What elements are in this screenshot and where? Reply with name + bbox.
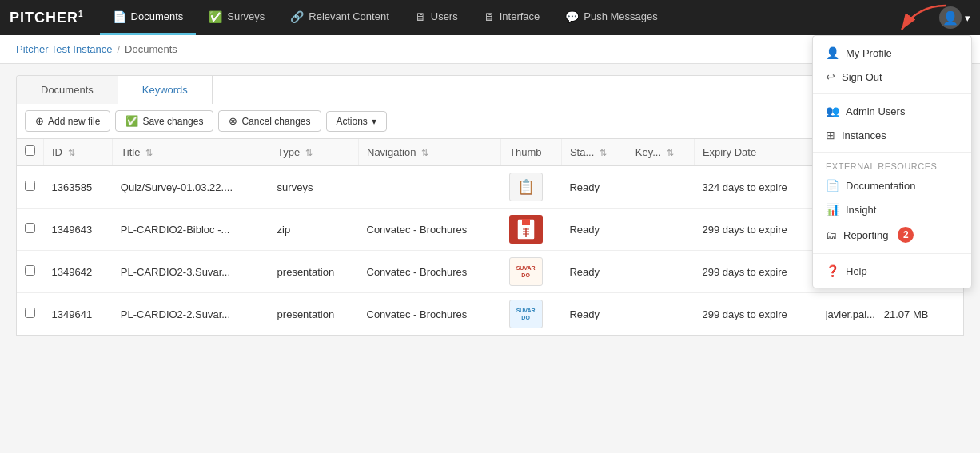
logo-text: PITCHER xyxy=(10,10,78,26)
row-thumb: SUVARDO xyxy=(501,293,562,336)
row-checkbox[interactable] xyxy=(25,265,35,276)
row-id: 1363585 xyxy=(44,165,113,209)
col-checkbox xyxy=(17,139,44,165)
dropdown-section-admin: 👥 Admin Users ⊞ Instances xyxy=(813,94,971,153)
nav-relevant-content-label: Relevant Content xyxy=(309,10,388,22)
row-id: 1349642 xyxy=(44,251,113,293)
dropdown-documentation[interactable]: 📄 Documentation xyxy=(813,173,971,197)
nav-surveys-label: Surveys xyxy=(227,10,265,22)
user-menu-trigger[interactable]: 👤 ▾ xyxy=(939,6,970,29)
row-thumb xyxy=(501,209,562,251)
reporting-badge: 2 xyxy=(898,227,914,243)
row-status: Ready xyxy=(561,165,627,209)
row-thumb: SUVARDO xyxy=(501,251,562,293)
nav-documents[interactable]: 📄 Documents xyxy=(100,0,197,35)
breadcrumb-separator: / xyxy=(117,43,120,55)
row-size: 21.07 MB xyxy=(884,308,929,320)
row-thumb: 📋 xyxy=(501,165,562,209)
surveys-icon: ✅ xyxy=(209,10,222,23)
row-status: Ready xyxy=(561,251,627,293)
dropdown-section-profile: 👤 My Profile ↩ Sign Out xyxy=(813,36,971,94)
instances-label: Instances xyxy=(842,129,886,141)
dropdown-section-external: External Resources 📄 Documentation 📊 Ins… xyxy=(813,153,971,254)
push-messages-icon: 💬 xyxy=(565,10,579,23)
row-keywords xyxy=(627,251,694,293)
row-expiry: 299 days to expire xyxy=(694,251,817,293)
nav-push-messages[interactable]: 💬 Push Messages xyxy=(552,0,671,35)
row-checkbox[interactable] xyxy=(25,308,35,318)
documents-icon: 📄 xyxy=(113,10,126,23)
col-type[interactable]: Type ⇅ xyxy=(269,139,359,165)
row-keywords xyxy=(627,165,694,209)
row-type: presentation xyxy=(269,251,359,293)
dropdown-help[interactable]: ❓ Help xyxy=(813,259,971,283)
insight-icon: 📊 xyxy=(826,203,839,216)
nav-surveys[interactable]: ✅ Surveys xyxy=(196,0,277,35)
row-expiry: 299 days to expire xyxy=(694,293,817,336)
save-changes-button[interactable]: ✅ Save changes xyxy=(115,110,213,132)
nav-users-label: Users xyxy=(431,10,458,22)
select-all-checkbox[interactable] xyxy=(25,145,35,156)
logo-sup: 1 xyxy=(78,10,84,18)
dropdown-section-help: ❓ Help xyxy=(813,254,971,288)
cancel-icon: ⊗ xyxy=(229,115,237,127)
cancel-changes-button[interactable]: ⊗ Cancel changes xyxy=(218,110,321,132)
row-type: presentation xyxy=(269,293,359,336)
row-expiry: 299 days to expire xyxy=(694,209,817,251)
row-title: Quiz/Survey-01.03.22.... xyxy=(113,165,269,209)
col-keywords[interactable]: Key... ⇅ xyxy=(627,139,694,165)
row-id: 1349643 xyxy=(44,209,113,251)
row-title: PL-CARDIO2-2.Suvar... xyxy=(113,293,269,336)
navbar: PITCHER1 📄 Documents ✅ Surveys 🔗 Relevan… xyxy=(0,0,980,35)
dropdown-admin-users[interactable]: 👥 Admin Users xyxy=(813,99,971,123)
users-icon: 🖥 xyxy=(415,10,426,23)
row-status: Ready xyxy=(561,293,627,336)
breadcrumb-current: Documents xyxy=(125,43,177,55)
nav-interface[interactable]: 🖥 Interface xyxy=(471,0,553,35)
tab-documents[interactable]: Documents xyxy=(17,76,118,104)
actions-label: Actions xyxy=(337,116,368,127)
row-checkbox[interactable] xyxy=(25,223,35,233)
col-title[interactable]: Title ⇅ xyxy=(113,139,269,165)
row-checkbox[interactable] xyxy=(25,181,35,191)
admin-users-icon: 👥 xyxy=(826,105,839,117)
row-status: Ready xyxy=(561,209,627,251)
actions-button[interactable]: Actions ▾ xyxy=(326,111,387,132)
user-dropdown-menu: 👤 My Profile ↩ Sign Out 👥 Admin Users ⊞ … xyxy=(812,35,972,288)
dropdown-insight[interactable]: 📊 Insight xyxy=(813,197,971,221)
row-keywords xyxy=(627,209,694,251)
row-type: zip xyxy=(269,209,359,251)
row-navigation xyxy=(359,165,501,209)
breadcrumb-instance[interactable]: Pitcher Test Instance xyxy=(16,43,112,55)
col-navigation[interactable]: Navigation ⇅ xyxy=(359,139,501,165)
reporting-icon: 🗂 xyxy=(826,228,837,241)
nav-users[interactable]: 🖥 Users xyxy=(402,0,471,35)
sign-out-label: Sign Out xyxy=(842,71,882,83)
row-navigation: Convatec - Brochures xyxy=(359,209,501,251)
save-icon: ✅ xyxy=(125,115,138,127)
sign-out-icon: ↩ xyxy=(826,70,835,83)
tab-keywords-label: Keywords xyxy=(142,84,188,96)
avatar-icon: 👤 xyxy=(942,10,958,26)
admin-users-label: Admin Users xyxy=(846,105,905,117)
row-title: PL-CARDIO2-Bibloc -... xyxy=(113,209,269,251)
add-icon: ⊕ xyxy=(35,115,44,127)
thumbnail-zip xyxy=(509,215,543,244)
col-status[interactable]: Sta... ⇅ xyxy=(561,139,627,165)
nav-relevant-content[interactable]: 🔗 Relevant Content xyxy=(277,0,401,35)
row-expiry: 324 days to expire xyxy=(694,165,817,209)
instances-icon: ⊞ xyxy=(826,129,835,141)
add-new-file-button[interactable]: ⊕ Add new file xyxy=(25,110,110,132)
dropdown-my-profile[interactable]: 👤 My Profile xyxy=(813,41,971,65)
row-keywords xyxy=(627,293,694,336)
tab-keywords[interactable]: Keywords xyxy=(118,76,213,104)
dropdown-instances[interactable]: ⊞ Instances xyxy=(813,123,971,147)
row-type: surveys xyxy=(269,165,359,209)
row-id: 1349641 xyxy=(44,293,113,336)
col-id[interactable]: ID ⇅ xyxy=(44,139,113,165)
dropdown-sign-out[interactable]: ↩ Sign Out xyxy=(813,65,971,89)
help-icon: ❓ xyxy=(826,264,839,277)
dropdown-reporting[interactable]: 🗂 Reporting 2 xyxy=(813,221,971,248)
user-dropdown-arrow: ▾ xyxy=(965,12,970,24)
actions-caret: ▾ xyxy=(372,116,376,127)
